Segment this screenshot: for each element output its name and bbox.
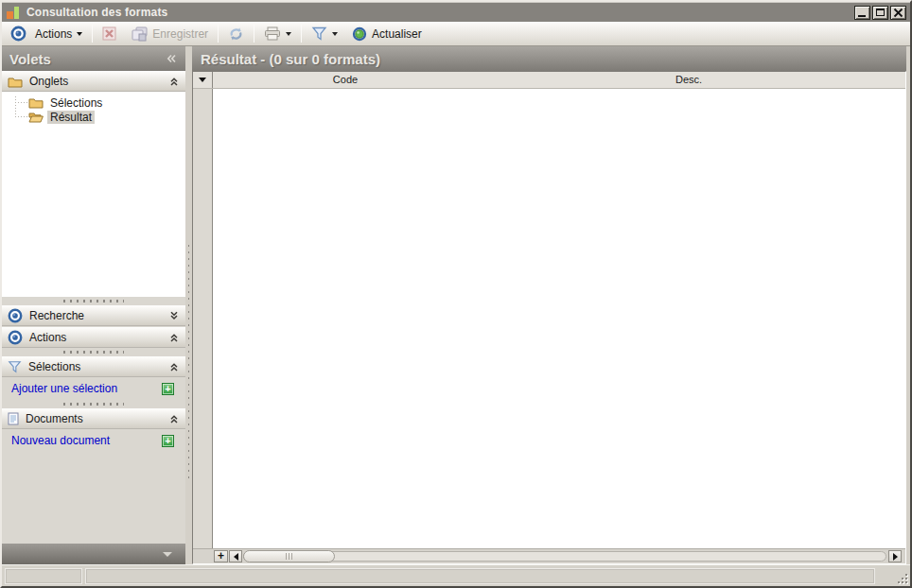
horizontal-scrollbar: +	[193, 548, 905, 563]
chevron-down-icon	[77, 32, 82, 36]
tree-item-resultat[interactable]: Résultat	[28, 110, 95, 124]
folder-open-icon	[28, 111, 44, 123]
result-caption: Résultat - (0 sur 0 formats)	[192, 46, 906, 71]
status-cell-left	[5, 568, 82, 584]
target-icon	[8, 330, 23, 345]
group-label-actions: Actions	[29, 331, 168, 344]
status-bar	[2, 564, 910, 586]
delete-icon	[102, 26, 116, 41]
group-label-documents: Documents	[26, 412, 168, 425]
folder-icon	[8, 76, 23, 88]
print-button[interactable]	[258, 24, 297, 44]
group-header-documents[interactable]: Documents	[2, 408, 185, 429]
app-window: Consultation des formats Actions	[0, 0, 912, 588]
toolbar: Actions Enregistrer	[2, 22, 910, 46]
column-header-code[interactable]: Code	[214, 72, 477, 88]
save-icon	[132, 26, 148, 42]
filter-button[interactable]	[306, 24, 343, 44]
tree-item-selections[interactable]: Sélections	[28, 95, 105, 110]
result-caption-label: Résultat - (0 sur 0 formats)	[201, 51, 380, 67]
group-label-onglets: Onglets	[29, 75, 168, 88]
save-label: Enregistrer	[152, 27, 208, 41]
delete-button[interactable]	[96, 24, 122, 44]
scroll-right-button[interactable]	[888, 550, 902, 562]
tree-connector	[15, 116, 28, 117]
minimize-button[interactable]	[854, 6, 870, 20]
minimize-icon	[858, 15, 866, 17]
actions-menu-button[interactable]: Actions	[5, 24, 88, 44]
toolbar-separator	[301, 25, 302, 43]
chevron-up-double-icon	[168, 413, 180, 424]
window-title: Consultation des formats	[26, 6, 167, 19]
new-document-link[interactable]: Nouveau document	[11, 434, 162, 447]
save-button[interactable]: Enregistrer	[126, 24, 214, 44]
printer-icon	[264, 26, 281, 41]
group-header-selections[interactable]: Sélections	[2, 356, 185, 377]
toolbar-separator	[92, 25, 93, 43]
actualiser-button[interactable]: Actualiser	[346, 24, 428, 44]
arrow-right-icon	[893, 553, 898, 561]
filter-dropdown-icon	[332, 32, 338, 36]
close-icon	[893, 8, 903, 18]
target-icon	[10, 26, 26, 42]
tree-item-label: Résultat	[47, 111, 95, 124]
resize-grip[interactable]	[895, 571, 907, 583]
selections-link-row: Ajouter une sélection +	[2, 377, 185, 400]
document-icon	[8, 412, 19, 425]
add-selection-link[interactable]: Ajouter une sélection	[11, 382, 162, 395]
main-panel: Résultat - (0 sur 0 formats) Code Desc. …	[192, 46, 906, 564]
sidebar-footer-bar[interactable]	[2, 544, 185, 564]
arrow-left-icon	[234, 553, 238, 561]
app-icon	[6, 6, 21, 20]
actualiser-label: Actualiser	[372, 27, 422, 41]
row-selector-dropdown-button[interactable]	[193, 72, 213, 88]
column-header-desc[interactable]: Desc.	[477, 72, 901, 88]
collapse-panel-button[interactable]	[165, 52, 178, 65]
scrollbar-thumb[interactable]	[243, 550, 335, 562]
grid-header: Code Desc.	[193, 72, 905, 89]
add-row-button[interactable]: +	[214, 550, 228, 562]
print-dropdown-icon	[286, 32, 291, 36]
chevron-down-icon	[199, 78, 206, 82]
refresh-icon	[228, 26, 244, 42]
chevron-down-icon	[163, 552, 172, 557]
sidebar-caption-label: Volets	[9, 51, 51, 67]
new-document-plus-button[interactable]: +	[162, 435, 174, 447]
panel-splitter[interactable]	[185, 46, 192, 564]
group-header-onglets[interactable]: Onglets	[2, 71, 185, 92]
sidebar-splitter[interactable]	[2, 297, 185, 305]
filter-icon	[311, 26, 327, 41]
scrollbar-track[interactable]	[243, 551, 886, 562]
group-header-recherche[interactable]: Recherche	[2, 305, 185, 326]
toolbar-separator	[254, 25, 254, 43]
scroll-left-button[interactable]	[229, 550, 242, 562]
close-button[interactable]	[890, 6, 906, 20]
chevron-up-double-icon	[168, 332, 180, 343]
folder-closed-icon	[28, 96, 44, 109]
maximize-icon	[876, 9, 885, 16]
maximize-button[interactable]	[872, 6, 888, 20]
sidebar-splitter[interactable]	[2, 348, 185, 356]
title-bar[interactable]: Consultation des formats	[2, 2, 910, 22]
toolbar-separator	[218, 25, 219, 43]
tree-item-label: Sélections	[47, 96, 105, 110]
chevron-down-double-icon	[168, 310, 180, 321]
group-label-selections: Sélections	[28, 360, 168, 373]
add-selection-plus-button[interactable]: +	[162, 383, 174, 395]
sidebar-caption: Volets	[2, 46, 185, 71]
onglets-tree: Sélections Résultat	[2, 92, 185, 297]
refresh-layout-button[interactable]	[222, 24, 250, 44]
target-icon	[8, 308, 23, 323]
chevron-up-double-icon	[168, 76, 180, 87]
actions-menu-label: Actions	[35, 27, 72, 41]
grid-body	[214, 89, 905, 550]
actualiser-icon	[352, 26, 367, 42]
sidebar-splitter[interactable]	[2, 400, 185, 408]
tree-connector	[15, 96, 16, 118]
chevron-up-double-icon	[168, 361, 180, 372]
row-header-strip	[193, 89, 213, 550]
documents-link-row: Nouveau document +	[2, 429, 185, 452]
filter-icon	[8, 360, 22, 373]
group-label-recherche: Recherche	[29, 309, 168, 322]
group-header-actions[interactable]: Actions	[2, 327, 185, 348]
